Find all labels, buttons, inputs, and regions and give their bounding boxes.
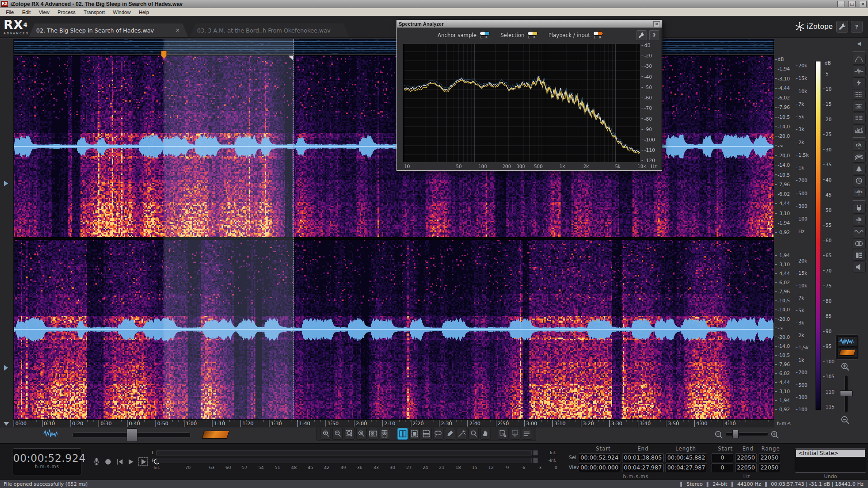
zoom-selection-button[interactable] xyxy=(344,428,354,440)
declick-decrackle-icon[interactable] xyxy=(853,66,866,76)
hand-tool-button[interactable] xyxy=(480,428,491,440)
sel-start-field[interactable]: 00:00:52.924 xyxy=(579,453,620,462)
deconstruct-icon[interactable] xyxy=(853,113,866,123)
selection-corner-handle[interactable] xyxy=(288,56,293,60)
spectrogram-view-button[interactable] xyxy=(837,348,857,358)
spectrogram-canvas-2[interactable] xyxy=(14,240,774,419)
tab-file-1[interactable]: 02. The Big Sleep in Search of Hades.wav… xyxy=(29,23,188,37)
declip-icon[interactable] xyxy=(853,54,866,65)
view-end-field[interactable]: 00:04:27.987 xyxy=(622,463,664,472)
sel-freq-range-field[interactable]: 22050 xyxy=(759,453,780,462)
lr-toggle[interactable]: L R xyxy=(528,31,538,39)
skip-to-start-icon[interactable] xyxy=(116,458,123,465)
gain-icon[interactable]: ▴dB▾ xyxy=(853,215,866,225)
blend-slider-handle[interactable] xyxy=(127,428,137,442)
zoom-time-button[interactable] xyxy=(368,428,378,440)
menu-item[interactable]: View xyxy=(35,9,54,15)
sel-freq-start-field[interactable]: 0 xyxy=(712,453,733,462)
spectrogram-blend-button[interactable] xyxy=(201,430,231,440)
spectrogram-colorbar[interactable] xyxy=(816,61,821,410)
lr-pill-icon[interactable] xyxy=(528,31,538,36)
lr-toggle[interactable]: L R xyxy=(593,31,603,39)
tab-close-icon[interactable]: × xyxy=(175,27,181,33)
vertical-zoom-out-button[interactable] xyxy=(839,414,851,426)
horizontal-zoom-slider[interactable] xyxy=(725,432,769,436)
undo-history-item[interactable]: <Initial State> xyxy=(796,450,865,457)
plugin-icon[interactable] xyxy=(853,203,866,214)
horizontal-zoom-in-button[interactable] xyxy=(769,428,780,440)
spectrum-analyzer-window[interactable]: Spectrum Analyzer × Anchor sample L R Se… xyxy=(396,20,662,171)
menu-item[interactable]: Help xyxy=(135,9,153,15)
sel-end-field[interactable]: 00:01:38.805 xyxy=(622,453,664,462)
lr-pill-icon[interactable] xyxy=(480,31,490,36)
view-length-field[interactable]: 00:04:27.987 xyxy=(665,463,707,472)
spectrum-help-button[interactable]: ? xyxy=(649,30,659,40)
ruler-marker-icon[interactable] xyxy=(4,422,9,426)
sel-length-field[interactable]: 00:00:45.882 xyxy=(665,453,707,462)
spectrum-settings-button[interactable] xyxy=(637,30,646,40)
vertical-zoom-in-button[interactable] xyxy=(839,361,851,372)
zoom-frequency-button[interactable] xyxy=(380,428,390,440)
minimize-button[interactable]: _ xyxy=(837,1,845,7)
view-freq-end-field[interactable]: 22050 xyxy=(735,463,757,472)
channel1-marker-icon[interactable] xyxy=(4,181,8,186)
loudness-icon[interactable]: ▴LKFS▾ xyxy=(853,187,866,198)
leveler-icon[interactable]: ▴LVL▾ xyxy=(853,140,866,151)
lr-toggle[interactable]: L R xyxy=(480,31,490,39)
magic-wand-button[interactable] xyxy=(457,428,467,440)
time-selection-region[interactable] xyxy=(164,39,294,419)
lasso-select-button[interactable] xyxy=(433,428,443,440)
sel-freq-end-field[interactable]: 22050 xyxy=(735,453,757,462)
instant-process-button[interactable] xyxy=(498,428,508,440)
brush-select-button[interactable] xyxy=(445,428,455,440)
horizontal-zoom-out-button[interactable] xyxy=(712,428,724,440)
menu-item[interactable]: Window xyxy=(109,9,135,15)
zoom-reset-button[interactable] xyxy=(356,428,367,440)
close-button[interactable]: × xyxy=(859,1,867,7)
find-similar-button[interactable] xyxy=(468,428,479,440)
channel2-marker-icon[interactable] xyxy=(4,365,8,371)
lr-pill-icon[interactable] xyxy=(593,31,603,36)
time-pitch-icon[interactable] xyxy=(853,175,866,186)
remove-hum-icon[interactable] xyxy=(853,77,866,88)
channel-operations-icon[interactable] xyxy=(853,238,866,249)
monitor-icon[interactable] xyxy=(853,262,866,272)
play-selection-icon[interactable] xyxy=(138,457,148,466)
close-icon[interactable]: × xyxy=(653,21,660,27)
ambience-match-icon[interactable] xyxy=(853,164,866,174)
vertical-zoom-handle[interactable] xyxy=(840,390,853,396)
horizontal-zoom-handle[interactable] xyxy=(732,430,739,438)
select-frequency-button[interactable] xyxy=(421,428,431,440)
spectrogram-channel-2[interactable] xyxy=(14,239,774,419)
menu-item[interactable]: Transport xyxy=(80,9,109,15)
menu-item[interactable]: Edit xyxy=(18,9,35,15)
maximize-button[interactable]: □ xyxy=(848,1,856,7)
spectral-repair-icon[interactable] xyxy=(853,101,866,112)
record-icon[interactable] xyxy=(104,458,112,465)
play-icon[interactable] xyxy=(127,458,134,465)
waveform-view-button[interactable] xyxy=(837,336,857,347)
record-monitor-mic-icon[interactable] xyxy=(93,457,100,466)
spectrum-analyzer-titlebar[interactable]: Spectrum Analyzer × xyxy=(397,20,662,28)
batch-processing-icon[interactable] xyxy=(853,250,866,261)
preferences-button[interactable] xyxy=(836,21,848,33)
eq-icon[interactable] xyxy=(853,152,866,163)
process-list-button[interactable] xyxy=(522,428,532,440)
instant-process-alt-button[interactable] xyxy=(510,428,520,440)
waveform-blend-icon[interactable] xyxy=(43,428,64,440)
view-freq-range-field[interactable]: 22050 xyxy=(759,463,780,472)
signal-generator-icon[interactable] xyxy=(853,226,866,237)
denoise-icon[interactable] xyxy=(853,89,866,100)
select-time-frequency-button[interactable] xyxy=(409,428,420,440)
menu-item[interactable]: File xyxy=(2,9,18,15)
view-start-field[interactable]: 00:00:00.000 xyxy=(579,463,620,472)
view-freq-start-field[interactable]: 0 xyxy=(712,463,733,472)
zoom-out-button[interactable] xyxy=(332,428,343,440)
gain-waveform-icon[interactable] xyxy=(853,124,866,135)
zoom-in-button[interactable] xyxy=(321,428,331,440)
menu-item[interactable]: Process xyxy=(53,9,80,15)
tab-file-2[interactable]: 03. 3 A.M. at the Bord..h From Okefenoke… xyxy=(190,23,349,37)
help-button[interactable]: ? xyxy=(851,21,863,33)
collapse-panel-icon[interactable]: ◀ xyxy=(853,38,866,49)
select-time-button[interactable] xyxy=(397,428,408,440)
